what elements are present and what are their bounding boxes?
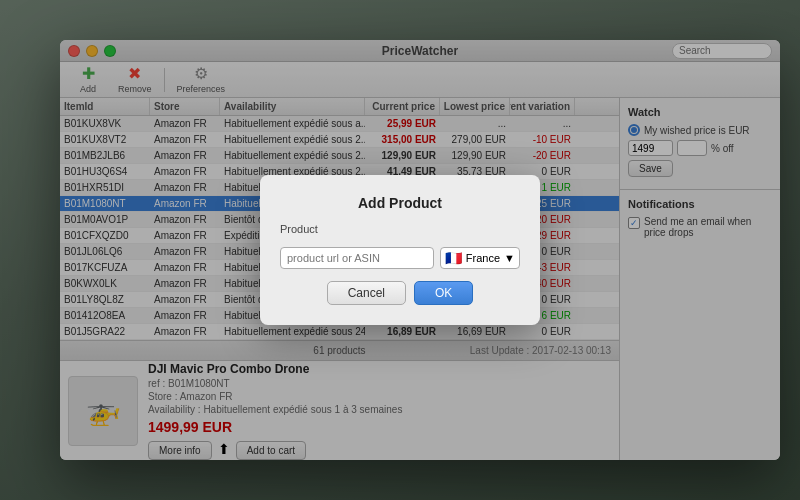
- modal-buttons: Cancel OK: [280, 281, 520, 305]
- modal-cancel-button[interactable]: Cancel: [327, 281, 406, 305]
- country-name: France: [466, 252, 500, 264]
- modal-title: Add Product: [358, 195, 442, 211]
- add-product-modal: Add Product Product 🇫🇷 France ▼ Cancel O…: [260, 175, 540, 325]
- modal-overlay[interactable]: Add Product Product 🇫🇷 France ▼ Cancel O…: [0, 0, 800, 500]
- country-flag: 🇫🇷: [445, 250, 462, 266]
- country-select[interactable]: 🇫🇷 France ▼: [440, 247, 520, 269]
- modal-field-label: Product: [280, 223, 520, 235]
- modal-ok-button[interactable]: OK: [414, 281, 473, 305]
- product-url-input[interactable]: [280, 247, 434, 269]
- modal-input-row: 🇫🇷 France ▼: [280, 247, 520, 269]
- dropdown-icon: ▼: [504, 252, 515, 264]
